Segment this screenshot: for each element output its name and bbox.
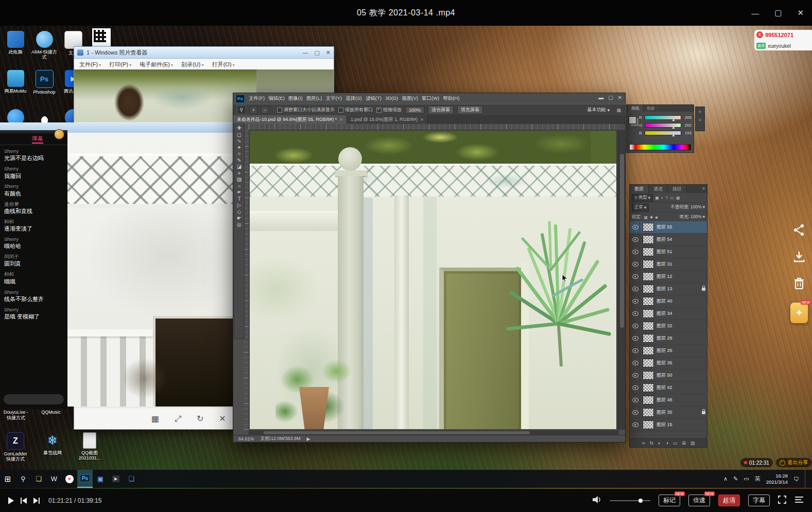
clone-stamp-tool[interactable]: ⌖ — [238, 171, 241, 176]
blend-mode-dropdown[interactable]: 正常 ▾ — [632, 204, 649, 211]
path-selection-tool[interactable]: ▷ — [237, 203, 241, 208]
maximize-button[interactable]: ▢ — [608, 95, 613, 100]
hand-tool[interactable]: ☛ — [237, 216, 241, 221]
menu-item[interactable]: 文件(F) — [249, 95, 265, 102]
layer-row[interactable]: 图层 28 — [630, 332, 707, 345]
adjustment-layer-icon[interactable]: ◑ — [665, 440, 668, 446]
magic-wand-tool[interactable]: ✦ — [237, 145, 241, 150]
previous-button[interactable] — [21, 498, 27, 504]
menu-item[interactable]: 文件(F) — [79, 61, 101, 68]
layer-visibility-toggle[interactable] — [631, 308, 640, 320]
menu-item[interactable]: 编辑(E) — [268, 95, 285, 102]
filter-type-icon[interactable]: T — [666, 196, 668, 200]
filter-smart-icon[interactable]: ▦ — [676, 196, 680, 200]
layer-visibility-toggle[interactable] — [631, 407, 640, 418]
layer-visibility-toggle[interactable] — [631, 419, 640, 431]
fullscreen-icon[interactable] — [778, 496, 786, 506]
status-arrow-icon[interactable]: ▶ — [307, 436, 310, 442]
speed-button[interactable]: 倍速NEW — [688, 495, 710, 506]
panel-collapse-strip[interactable]: «« — [695, 107, 705, 131]
layer-visibility-toggle[interactable] — [631, 394, 640, 406]
menu-item[interactable]: 滤镜(T) — [366, 95, 382, 102]
layer-row[interactable]: 图层 35 — [630, 407, 707, 419]
red-value[interactable]: 205 — [683, 115, 692, 120]
media-app-icon[interactable]: ▶ — [108, 470, 124, 488]
menu-item[interactable]: 3D(D) — [385, 95, 398, 102]
fit-screen-button[interactable]: 适合屏幕 — [428, 105, 454, 114]
tray-caret-icon[interactable]: ∧ — [723, 475, 728, 482]
layer-filter-dropdown[interactable]: ⚲类型 ▾ — [632, 194, 653, 202]
wps-icon[interactable]: W — [46, 470, 62, 488]
layer-visibility-toggle[interactable] — [631, 221, 640, 233]
rotate-icon[interactable]: ↻ — [197, 414, 203, 423]
layer-row[interactable]: 图层 36 — [630, 357, 707, 369]
minimize-button[interactable]: — — [751, 9, 759, 17]
close-button[interactable]: ✕ — [797, 8, 804, 17]
layer-row[interactable]: 图层 54 — [630, 234, 707, 246]
foreground-color-swatch[interactable] — [629, 116, 636, 124]
volume-slider[interactable] — [610, 500, 650, 501]
layer-thumbnail[interactable] — [643, 383, 654, 392]
layer-style-icon[interactable]: fx — [650, 440, 653, 446]
canvas-area[interactable] — [249, 130, 619, 430]
show-desktop-button[interactable] — [805, 470, 808, 488]
painting-document[interactable] — [250, 131, 616, 429]
layer-row[interactable]: 图层 31 — [630, 258, 707, 271]
blue-value[interactable]: 193 — [683, 131, 692, 135]
close-button[interactable]: ✕ — [326, 49, 331, 56]
menu-item[interactable]: 文字(Y) — [325, 95, 342, 102]
next-button[interactable] — [33, 498, 40, 504]
move-tool[interactable]: ✚ — [237, 126, 241, 131]
lock-position-icon[interactable]: ✚ — [650, 215, 653, 220]
quality-button[interactable]: 超清 — [718, 495, 740, 506]
qr-code-icon[interactable] — [91, 27, 112, 48]
lasso-tool[interactable]: ∿ — [237, 138, 241, 144]
layer-row[interactable]: 图层 32 — [630, 320, 707, 332]
layer-thumbnail[interactable] — [643, 322, 654, 330]
menu-item[interactable]: 选择(S) — [345, 95, 362, 102]
layer-row[interactable]: 图层 48 — [630, 394, 707, 407]
zoom-100-button[interactable]: 100% — [405, 107, 424, 114]
lock-transparency-icon[interactable]: ▦ — [644, 215, 648, 220]
photos-app-icon[interactable]: ▣ — [93, 470, 108, 488]
blue-slider[interactable] — [645, 131, 681, 135]
close-tab-icon[interactable]: ✕ — [420, 117, 424, 122]
pen-tool[interactable]: ✒ — [237, 190, 241, 195]
layer-thumbnail[interactable] — [643, 272, 654, 281]
layer-thumbnail[interactable] — [643, 408, 654, 417]
layer-row[interactable]: 图层 15 — [630, 419, 707, 431]
layer-thumbnail[interactable] — [643, 371, 654, 380]
layer-row[interactable]: 图层 42 — [630, 382, 707, 394]
playlist-icon[interactable] — [794, 496, 804, 505]
photoshop-titlebar[interactable]: Ps 文件(F)编辑(E)图像(I)图层(L)文字(Y)选择(S)滤镜(T)3D… — [233, 93, 625, 104]
menu-item[interactable]: 图像(I) — [288, 95, 303, 102]
desktop-icon-photoshop[interactable]: Photoshop — [30, 68, 59, 107]
shortcut-label[interactable]: QQMusic — [36, 410, 66, 421]
menu-item[interactable]: 图层(L) — [306, 95, 322, 102]
layer-row[interactable]: 图层 26 — [630, 345, 707, 357]
menu-item[interactable]: 电子邮件(E) — [140, 61, 173, 68]
layer-visibility-toggle[interactable] — [631, 283, 640, 295]
opacity-control[interactable]: 不透明度:100% ▾ — [671, 204, 705, 210]
layer-thumbnail[interactable] — [643, 285, 654, 293]
lock-all-icon[interactable]: ■ — [655, 215, 658, 220]
panel-tab[interactable]: 图层 — [630, 185, 649, 193]
layer-row[interactable]: 图层 51 — [630, 246, 707, 258]
layer-thumbnail[interactable] — [643, 297, 654, 306]
search-icon[interactable]: ⚲ — [15, 470, 31, 488]
zoom-fit-icon[interactable]: ⤢ — [175, 414, 181, 423]
zoom-tool[interactable]: ◎ — [237, 222, 241, 227]
scrubby-zoom-checkbox[interactable]: 细微缩放 — [376, 107, 402, 113]
mark-button[interactable]: 标记NEW — [659, 495, 680, 506]
exit-share-button[interactable]: 退出分享 — [776, 458, 811, 467]
shortcut-label[interactable]: DouyuLive - 快捷方式 — [1, 410, 31, 421]
layer-visibility-toggle[interactable] — [631, 357, 640, 369]
layer-row[interactable]: 图层 12 — [630, 271, 707, 283]
menu-item[interactable]: 窗口(W) — [422, 95, 439, 102]
layer-thumbnail[interactable] — [643, 260, 654, 269]
workspace-switcher[interactable]: 基本功能 ▾ — [587, 107, 610, 113]
tray-pen-icon[interactable]: ✎ — [733, 475, 738, 482]
folder2-icon[interactable]: ❏ — [124, 470, 139, 488]
layer-row[interactable]: 图层 13 — [630, 283, 707, 295]
panel-tab[interactable]: 颜色 — [628, 105, 643, 112]
